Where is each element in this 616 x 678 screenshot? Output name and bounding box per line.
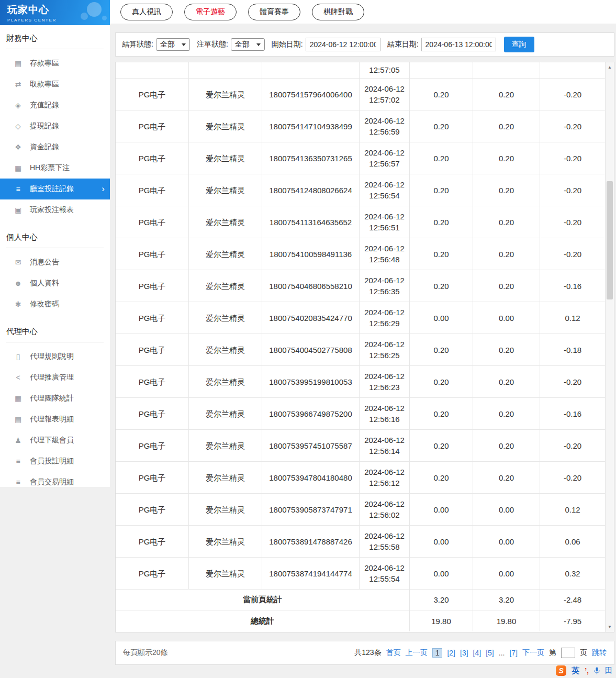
game-cell: 爱尔兰精灵 [189, 462, 262, 493]
partial-time-cell: 12:57:05 [369, 64, 399, 75]
sidebar-item[interactable]: ≡ 廳室投註記錄 › [0, 179, 110, 199]
game-cell: 爱尔兰精灵 [189, 494, 262, 525]
order-number-cell: 1800754100598491136 [262, 238, 360, 270]
sidebar-item[interactable]: < 代理推廣管理 [0, 367, 110, 388]
jump-button[interactable]: 跳转 [592, 648, 607, 658]
language-indicator[interactable]: 英 [572, 666, 579, 676]
platform-cell: PG电子 [116, 430, 189, 461]
page-number-link[interactable]: [3] [460, 649, 468, 657]
bet-status-select[interactable]: 全部 [231, 38, 265, 51]
game-tab[interactable]: 電子遊藝 [184, 4, 237, 20]
table-row: PG电子 爱尔兰精灵 1800753966749875200 2024-06-1… [116, 398, 605, 430]
sidebar-item[interactable]: ◈ 充值記錄 [0, 95, 110, 116]
valid-bet-cell: 0.20 [473, 206, 540, 238]
sidebar-item[interactable]: ✱ 修改密碼 [0, 294, 110, 315]
time-cell: 2024-06-12 12:56:16 [360, 398, 410, 429]
table-row: PG电子 爱尔兰精灵 1800754046806558210 2024-06-1… [116, 270, 605, 302]
game-category-tabbar: 真人視訊電子遊藝體育賽事棋牌對戰 [110, 0, 616, 24]
sidebar-item[interactable]: ≡ 會員投註明細 [0, 451, 110, 472]
valid-bet-cell: 0.00 [473, 526, 540, 557]
sidebar-item[interactable]: ▯ 代理規則說明 [0, 346, 110, 367]
sogou-logo-icon[interactable]: S [556, 665, 566, 676]
bet-amount-cell: 0.20 [410, 462, 473, 493]
pagination-bar: 每頁顯示20條 共123条 首页 上一页 1[2][3][4][5]...[7]… [115, 641, 614, 665]
table-row: PG电子 爱尔兰精灵 1800753947804180480 2024-06-1… [116, 462, 605, 494]
room-bet-record-icon: ≡ [14, 185, 23, 193]
recharge-record-icon: ◈ [14, 101, 23, 109]
member-trade-icon: ≡ [14, 478, 23, 486]
sidebar-section-title: 代理中心 [6, 327, 104, 342]
page-number-link[interactable]: [5] [486, 649, 494, 657]
vertical-scrollbar[interactable]: ▲ ▼ [605, 62, 614, 632]
sidebar-item[interactable]: ❖ 資金記錄 [0, 137, 110, 158]
scroll-down-arrow-icon[interactable]: ▼ [606, 623, 614, 631]
platform-cell: PG电子 [116, 270, 189, 302]
page-number-link[interactable]: [7] [509, 649, 518, 657]
table-row: PG电子 爱尔兰精灵 1800753995199810053 2024-06-1… [116, 366, 605, 398]
sidebar-item[interactable]: ▤ 代理報表明細 [0, 409, 110, 430]
game-cell: 爱尔兰精灵 [189, 238, 262, 270]
end-date-label: 結束日期: [387, 40, 419, 49]
game-cell: 爱尔兰精灵 [189, 398, 262, 429]
sidebar-item[interactable]: ▤ 存款專區 [0, 53, 110, 74]
valid-bet-cell: 0.20 [473, 366, 540, 397]
game-tab[interactable]: 棋牌對戰 [312, 4, 364, 20]
bet-amount-cell: 0.20 [410, 430, 473, 461]
settle-status-select[interactable]: 全部 [156, 38, 190, 51]
sidebar-item[interactable]: ✉ 消息公告 [0, 252, 110, 273]
scrollbar-thumb[interactable] [607, 181, 613, 299]
decorative-bubble [87, 2, 102, 17]
sidebar-item[interactable]: ◇ 提現記錄 [0, 116, 110, 137]
time-cell: 2024-06-12 12:56:23 [360, 366, 410, 397]
first-page-link[interactable]: 首页 [386, 648, 401, 658]
jump-page-input[interactable] [561, 648, 575, 658]
page-number-link[interactable]: [4] [473, 649, 481, 657]
microphone-icon[interactable] [594, 667, 600, 675]
query-button[interactable]: 查詢 [504, 37, 534, 52]
platform-cell: PG电子 [116, 494, 189, 525]
bet-amount-cell: 0.20 [410, 366, 473, 397]
game-tab[interactable]: 體育賽事 [248, 4, 300, 20]
sidebar-item[interactable]: ⇄ 取款專區 [0, 74, 110, 95]
sidebar-item[interactable]: ≡ 會員交易明細 [0, 472, 110, 493]
page-number-link[interactable]: [2] [447, 649, 455, 657]
sidebar-item[interactable]: ▦ HH彩票下注 [0, 158, 110, 179]
page-number-current[interactable]: 1 [432, 648, 443, 658]
keyboard-icon[interactable]: 田 [605, 666, 612, 675]
app-subtitle: PLAYERS CENTER [7, 18, 110, 23]
share-icon: < [14, 373, 23, 382]
start-date-input[interactable] [306, 38, 380, 51]
settle-status-value: 全部 [160, 40, 175, 49]
game-cell: 爱尔兰精灵 [189, 558, 262, 589]
game-tab[interactable]: 真人視訊 [120, 4, 173, 20]
sidebar-item[interactable]: ▣ 玩家投注報表 [0, 199, 110, 220]
winloss-cell: -0.18 [540, 334, 605, 365]
main-content: 真人視訊電子遊藝體育賽事棋牌對戰 結算狀態: 全部 注單狀態: 全部 開始日期:… [110, 0, 616, 665]
end-date-input[interactable] [421, 38, 496, 51]
prev-page-link[interactable]: 上一页 [406, 648, 428, 658]
ime-toolbar[interactable]: S 英 ’, 田 [556, 665, 612, 676]
time-cell: 2024-06-12 12:56:54 [360, 174, 410, 206]
platform-cell: PG电子 [116, 526, 189, 557]
table-rows: PG电子 爱尔兰精灵 1800754157964006400 2024-06-1… [116, 79, 605, 590]
sidebar-item-label: 代理規則說明 [30, 352, 74, 361]
table-row: PG电子 爱尔兰精灵 1800754004502775808 2024-06-1… [116, 334, 605, 366]
person-icon: ☻ [14, 279, 23, 287]
platform-cell: PG电子 [116, 302, 189, 334]
scroll-up-arrow-icon[interactable]: ▲ [606, 63, 614, 71]
winloss-cell: -0.20 [540, 206, 605, 238]
table-row: PG电子 爱尔兰精灵 1800753957451075587 2024-06-1… [116, 430, 605, 462]
sidebar-item-label: 會員交易明細 [30, 477, 74, 487]
sidebar-item-label: 取款專區 [30, 80, 59, 89]
sidebar-item-label: 存款專區 [30, 59, 59, 68]
sidebar-item[interactable]: ☻ 個人資料 [0, 273, 110, 294]
time-cell: 2024-06-12 12:55:54 [360, 558, 410, 589]
bet-status-label: 注單狀態: [197, 40, 228, 49]
valid-bet-cell: 0.20 [473, 174, 540, 206]
sidebar-item[interactable]: ♟ 代理下級會員 [0, 430, 110, 451]
winloss-cell: -0.20 [540, 462, 605, 493]
sidebar-item[interactable]: ▦ 代理團隊統計 [0, 388, 110, 409]
next-page-link[interactable]: 下一页 [522, 648, 544, 658]
valid-bet-cell: 0.00 [473, 302, 540, 334]
punctuation-indicator[interactable]: ’, [585, 666, 589, 675]
